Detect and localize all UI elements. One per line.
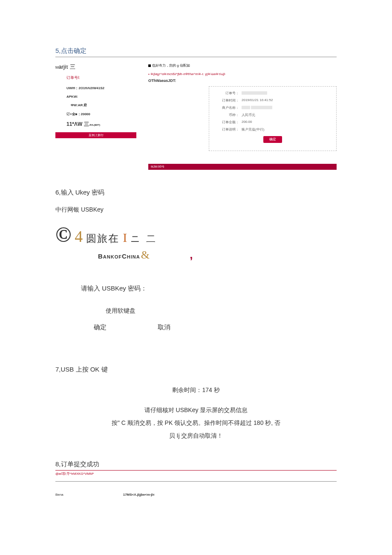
divider [55,481,337,482]
ampersand-icon: & [141,249,150,261]
bank-logo: © 4 圆旅在 I ニ 二 [55,224,337,246]
usbkey-prompt: 请输入 USBKey 密码： [81,285,337,293]
panel-key-5: 订单金额： [215,120,239,125]
copyright-icon: © [55,224,71,245]
logo-text: 圆旅在 [86,232,119,245]
step7-instruction-c: 贝 Ij 交房自动取清！ [55,431,337,441]
step5-left-panel: Marjiτ 三 订单号l: UWlfl：2O1flΛl2lW41S2 APKW… [55,63,141,138]
soft-keyboard-link[interactable]: 使用软键盘 [106,307,337,315]
step7-title: 7,USB 上按 OK 键 [55,366,337,374]
timer-line: 剩余时间：174 秒 [55,386,337,394]
step5-right-panel: 也好奇力，您的 g 信配如 • ≅βaχr^α≅mcτδλ*jMr-nΦfΛw^… [148,63,337,170]
step8-col1: Bena [55,493,63,497]
logo-tail: ニ 二 [130,232,157,245]
panel-val-2: 2019/01/21 16:41:52 [242,98,330,103]
step7-instruction-b: 按" C 顺消交易，按 PK 领认交易。操作时间不得超过 180 秒, 否 [55,418,337,428]
logo-i: I [123,230,127,245]
panel-key-6: 订单说明： [215,127,239,132]
left-row-big: 11*ΛW 三-PΛ∙(Φf?) [66,121,141,128]
step7-body: 剩余时间：174 秒 请仔细核对 USBKey 显示屏的交易信息 按" C 顺消… [55,386,337,441]
brand-text: Marjiτ 三 [55,63,141,71]
cancel-button[interactable]: 取消 [158,323,170,331]
step8-tiny: @a©队夺*irMXKG*VMM* [55,471,337,476]
square-icon [148,64,151,67]
right-line1: 也好奇力，您的 g 信配如 [148,63,337,68]
right-line2: • ≅βaχr^α≅mcτδλ*jMr-nΦfΛw^m≅-r. yj≅¼w≅τ¼… [148,72,337,76]
masked-value [242,106,250,109]
panel-key-2: 订单时间： [215,98,239,103]
bottom-red-bar: MJM:95*6 [148,164,337,170]
step5-title: 5,点击确定 [55,47,337,55]
confirm-button[interactable]: 确定 [263,136,282,143]
step7-instruction-a: 请仔细核对 USBKey 显示屏的交易信息 [55,405,337,416]
logo-four: 4 [75,227,83,246]
boc-text: BankofChina [98,253,140,260]
step6-subtitle: 中行网银 USBKey [55,206,337,214]
divider [55,57,337,57]
left-row-amt: 订+全■：20000 [66,112,141,116]
masked-value [242,91,267,95]
panel-key-3: 商户名称： [215,105,239,110]
step6-title: 6,输入 Ukey 密码 [55,189,337,197]
left-red-bar: 至例上旅行 [55,132,136,138]
right-line3: OThWaeasJDT: [148,78,337,83]
step8-col2: 17MS<Λ.βjβw<m·βτ [123,493,155,497]
panel-val-5: 200.00 [242,120,330,125]
step8-row: Bena 17MS<Λ.βjβw<m·βτ [55,493,337,497]
step8-title: 8,订单提交成功 [55,460,337,468]
left-row-apkw: APKW: [66,95,141,99]
apostrophe-icon: , [190,248,193,261]
order-panel: 订单号： 订单时间：2019/01/21 16:41:52 商户名称： 币种：人… [209,86,337,151]
red-divider [55,470,337,471]
left-row-uw: UWlfl：2O1flΛl2lW41S2 [66,86,141,90]
step5-content: Marjiτ 三 订单号l: UWlfl：2O1flΛl2lW41S2 APKW… [55,63,337,170]
panel-key-1: 订单号： [215,91,239,96]
left-row-phi: ΦW:AR 府 [71,103,141,108]
ok-button[interactable]: 确定 [94,323,107,331]
masked-value [251,106,272,109]
panel-val-6: 账户充值(中行) [242,127,330,132]
order-label: 订单号l: [66,75,141,81]
bank-of-china-row: BankofChina& , [98,248,337,262]
panel-val-4: 人民币元 [242,113,330,117]
panel-key-4: 币种： [215,113,239,117]
